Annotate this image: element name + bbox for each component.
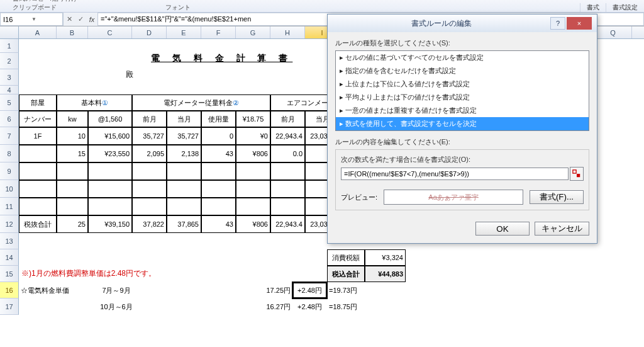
cell[interactable]: 22,943.4	[270, 215, 305, 233]
accept-formula-icon[interactable]: ✓	[75, 15, 86, 23]
cell[interactable]: ¥806	[236, 145, 270, 162]
row-header[interactable]: 15	[0, 266, 19, 282]
cell[interactable]: 43	[201, 215, 236, 233]
cell[interactable]	[201, 162, 236, 180]
cell[interactable]: =19.73円	[327, 282, 368, 299]
rule-option[interactable]: ▸ セルの値に基づいてすべてのセルを書式設定	[336, 51, 589, 64]
cell[interactable]	[270, 180, 305, 198]
hd-number[interactable]: ナンバー	[19, 111, 57, 127]
cell[interactable]	[19, 180, 57, 198]
row-header[interactable]: 8	[0, 145, 19, 162]
cell[interactable]: 10	[57, 127, 88, 145]
cell[interactable]	[270, 198, 305, 215]
range-selector-button[interactable]	[570, 167, 584, 181]
cell[interactable]: 35,727	[132, 127, 167, 145]
cell[interactable]	[19, 198, 57, 215]
cell[interactable]	[167, 198, 201, 215]
cell[interactable]	[167, 180, 201, 198]
style-formatset-btn[interactable]: 書式設定	[606, 3, 644, 12]
tax-value[interactable]: ¥3,324	[365, 249, 406, 266]
row-header[interactable]: 5	[0, 94, 19, 111]
col-header[interactable]: Q	[594, 26, 632, 38]
hd-prev[interactable]: 前月	[132, 111, 167, 127]
cell[interactable]	[57, 198, 88, 215]
hd-room[interactable]: 部屋	[19, 94, 57, 111]
row-header[interactable]: 16	[0, 282, 19, 299]
hd-use[interactable]: 使用量	[201, 111, 236, 127]
cell[interactable]	[57, 180, 88, 198]
cell[interactable]	[167, 162, 201, 180]
hd-base[interactable]: 基本料①	[57, 94, 132, 111]
cell[interactable]: 22,943.4	[270, 127, 305, 145]
row-header[interactable]: 3	[0, 69, 19, 86]
row-header[interactable]: 9	[0, 162, 19, 180]
fx-icon[interactable]: fx	[86, 16, 97, 23]
rule-type-list[interactable]: ▸ セルの値に基づいてすべてのセルを書式設定 ▸ 指定の値を含むセルだけを書式設…	[335, 50, 589, 131]
period-label[interactable]: 7月～9月	[88, 282, 145, 299]
cancel-button[interactable]: キャンセル	[535, 222, 589, 236]
col-header[interactable]: E	[167, 26, 201, 38]
cell[interactable]: ¥15,600	[88, 127, 132, 145]
selected-cell[interactable]: +2.48円	[292, 282, 327, 299]
cell[interactable]	[236, 162, 270, 180]
cell[interactable]	[19, 145, 57, 162]
cell[interactable]	[88, 162, 132, 180]
cell[interactable]	[88, 198, 132, 215]
cell[interactable]: ¥806	[236, 215, 270, 233]
cell[interactable]	[88, 180, 132, 198]
col-header[interactable]: H	[270, 26, 305, 38]
name-box[interactable]: I16 ▼	[0, 13, 63, 26]
cell[interactable]	[132, 162, 167, 180]
dialog-close-button[interactable]: ×	[567, 17, 592, 30]
cell[interactable]: 25	[57, 215, 88, 233]
cell[interactable]: 17.25円	[258, 282, 292, 299]
row-header[interactable]: 11	[0, 198, 19, 215]
row-header[interactable]: 14	[0, 249, 19, 266]
cell[interactable]: 15	[57, 145, 88, 162]
cell[interactable]	[132, 198, 167, 215]
hd-light[interactable]: 電灯メーター従量料金②	[132, 94, 270, 111]
rule-option[interactable]: ▸ 上位または下位に入る値だけを書式設定	[336, 77, 589, 91]
cell[interactable]: 16.27円	[258, 299, 292, 315]
hd-cur[interactable]: 当月	[167, 111, 201, 127]
cell[interactable]: 0	[201, 127, 236, 145]
cell[interactable]: ¥39,150	[88, 215, 132, 233]
period-label[interactable]: 10月～6月	[88, 299, 145, 315]
row-header[interactable]: 4	[0, 86, 19, 94]
ok-button[interactable]: OK	[475, 222, 530, 236]
cancel-formula-icon[interactable]: ✕	[64, 15, 75, 23]
cell[interactable]	[201, 180, 236, 198]
cell[interactable]	[201, 198, 236, 215]
row-header[interactable]: 10	[0, 180, 19, 198]
dialog-titlebar[interactable]: 書式ルールの編集 ? ×	[328, 14, 597, 32]
dialog-help-button[interactable]: ?	[550, 17, 565, 30]
copy-paste-label[interactable]: 書式のコピー/貼り付け	[13, 0, 77, 2]
style-format-btn[interactable]: 書式	[580, 3, 606, 12]
cell[interactable]: 35,727	[167, 127, 201, 145]
row-header[interactable]: 6	[0, 111, 19, 127]
cell[interactable]: 税抜合計	[19, 215, 57, 233]
cell[interactable]	[236, 198, 270, 215]
cell[interactable]: 1F	[19, 127, 57, 145]
cell[interactable]: ¥0	[236, 127, 270, 145]
format-button[interactable]: 書式(F)...	[530, 190, 584, 204]
col-header[interactable]: B	[57, 26, 88, 38]
row-header[interactable]: 2	[0, 53, 19, 69]
row-header[interactable]: 1	[0, 39, 19, 53]
unit-price-label[interactable]: ☆電気料金単価	[19, 282, 88, 299]
namebox-dropdown-icon[interactable]: ▼	[31, 16, 60, 22]
row-header[interactable]: 12	[0, 215, 19, 233]
cell[interactable]: ¥23,550	[88, 145, 132, 162]
rule-option[interactable]: ▸ 一意の値または重複する値だけを書式設定	[336, 104, 589, 117]
cell[interactable]	[270, 162, 305, 180]
cell[interactable]: 0.0	[270, 145, 305, 162]
hd-y1875[interactable]: ¥18.75	[236, 111, 270, 127]
row-header[interactable]: 13	[0, 233, 19, 249]
cell[interactable]	[236, 180, 270, 198]
hd-kw[interactable]: kw	[57, 111, 88, 127]
hd-prev2[interactable]: 前月	[270, 111, 305, 127]
row-header[interactable]: 17	[0, 299, 19, 315]
cell[interactable]: 43	[201, 145, 236, 162]
col-header[interactable]: F	[201, 26, 236, 38]
rule-option[interactable]: ▸ 指定の値を含むセルだけを書式設定	[336, 64, 589, 77]
